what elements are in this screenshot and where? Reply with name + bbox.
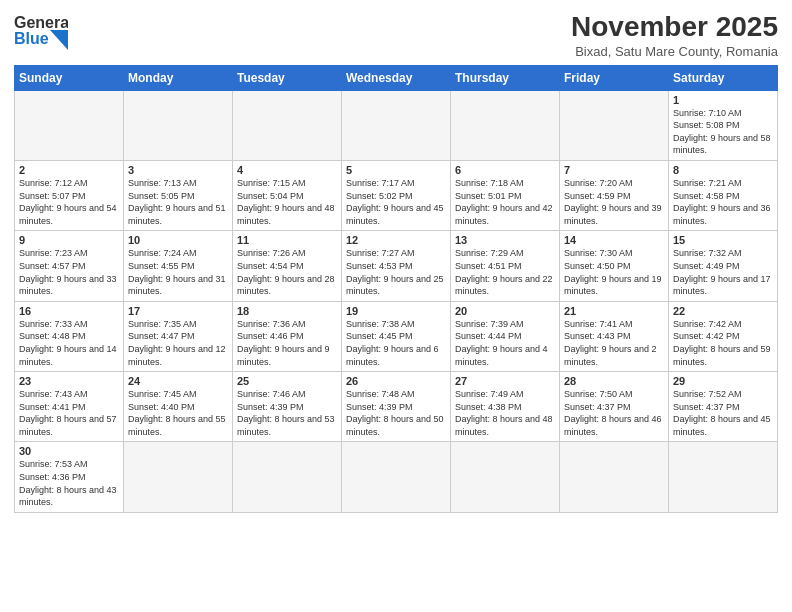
- table-row: 12Sunrise: 7:27 AM Sunset: 4:53 PM Dayli…: [342, 231, 451, 301]
- calendar-header-row: Sunday Monday Tuesday Wednesday Thursday…: [15, 65, 778, 90]
- table-row: [233, 90, 342, 160]
- table-row: 15Sunrise: 7:32 AM Sunset: 4:49 PM Dayli…: [669, 231, 778, 301]
- svg-text:General: General: [14, 14, 68, 31]
- page: General Blue November 2025 Bixad, Satu M…: [0, 0, 792, 612]
- table-row: 27Sunrise: 7:49 AM Sunset: 4:38 PM Dayli…: [451, 372, 560, 442]
- table-row: 17Sunrise: 7:35 AM Sunset: 4:47 PM Dayli…: [124, 301, 233, 371]
- day-info: Sunrise: 7:20 AM Sunset: 4:59 PM Dayligh…: [564, 177, 664, 227]
- day-number: 22: [673, 305, 773, 317]
- day-info: Sunrise: 7:24 AM Sunset: 4:55 PM Dayligh…: [128, 247, 228, 297]
- day-info: Sunrise: 7:50 AM Sunset: 4:37 PM Dayligh…: [564, 388, 664, 438]
- table-row: [15, 90, 124, 160]
- table-row: 5Sunrise: 7:17 AM Sunset: 5:02 PM Daylig…: [342, 160, 451, 230]
- col-wednesday: Wednesday: [342, 65, 451, 90]
- day-number: 6: [455, 164, 555, 176]
- day-info: Sunrise: 7:13 AM Sunset: 5:05 PM Dayligh…: [128, 177, 228, 227]
- header: General Blue November 2025 Bixad, Satu M…: [14, 10, 778, 59]
- day-info: Sunrise: 7:21 AM Sunset: 4:58 PM Dayligh…: [673, 177, 773, 227]
- table-row: [124, 90, 233, 160]
- day-number: 28: [564, 375, 664, 387]
- day-number: 20: [455, 305, 555, 317]
- day-number: 18: [237, 305, 337, 317]
- table-row: 20Sunrise: 7:39 AM Sunset: 4:44 PM Dayli…: [451, 301, 560, 371]
- table-row: [451, 90, 560, 160]
- day-info: Sunrise: 7:46 AM Sunset: 4:39 PM Dayligh…: [237, 388, 337, 438]
- table-row: [124, 442, 233, 512]
- table-row: [342, 442, 451, 512]
- table-row: 7Sunrise: 7:20 AM Sunset: 4:59 PM Daylig…: [560, 160, 669, 230]
- logo-icon: General Blue: [14, 10, 68, 54]
- col-monday: Monday: [124, 65, 233, 90]
- col-saturday: Saturday: [669, 65, 778, 90]
- col-sunday: Sunday: [15, 65, 124, 90]
- subtitle: Bixad, Satu Mare County, Romania: [571, 44, 778, 59]
- table-row: [669, 442, 778, 512]
- table-row: 11Sunrise: 7:26 AM Sunset: 4:54 PM Dayli…: [233, 231, 342, 301]
- day-number: 24: [128, 375, 228, 387]
- day-info: Sunrise: 7:39 AM Sunset: 4:44 PM Dayligh…: [455, 318, 555, 368]
- day-info: Sunrise: 7:30 AM Sunset: 4:50 PM Dayligh…: [564, 247, 664, 297]
- table-row: 22Sunrise: 7:42 AM Sunset: 4:42 PM Dayli…: [669, 301, 778, 371]
- day-number: 11: [237, 234, 337, 246]
- day-info: Sunrise: 7:49 AM Sunset: 4:38 PM Dayligh…: [455, 388, 555, 438]
- table-row: [233, 442, 342, 512]
- table-row: 10Sunrise: 7:24 AM Sunset: 4:55 PM Dayli…: [124, 231, 233, 301]
- day-info: Sunrise: 7:17 AM Sunset: 5:02 PM Dayligh…: [346, 177, 446, 227]
- table-row: [342, 90, 451, 160]
- day-number: 3: [128, 164, 228, 176]
- table-row: 6Sunrise: 7:18 AM Sunset: 5:01 PM Daylig…: [451, 160, 560, 230]
- table-row: 18Sunrise: 7:36 AM Sunset: 4:46 PM Dayli…: [233, 301, 342, 371]
- day-number: 27: [455, 375, 555, 387]
- table-row: [560, 90, 669, 160]
- day-info: Sunrise: 7:33 AM Sunset: 4:48 PM Dayligh…: [19, 318, 119, 368]
- day-number: 12: [346, 234, 446, 246]
- logo-area: General Blue: [14, 10, 68, 54]
- table-row: 26Sunrise: 7:48 AM Sunset: 4:39 PM Dayli…: [342, 372, 451, 442]
- day-number: 14: [564, 234, 664, 246]
- table-row: 16Sunrise: 7:33 AM Sunset: 4:48 PM Dayli…: [15, 301, 124, 371]
- table-row: 19Sunrise: 7:38 AM Sunset: 4:45 PM Dayli…: [342, 301, 451, 371]
- col-thursday: Thursday: [451, 65, 560, 90]
- day-number: 16: [19, 305, 119, 317]
- table-row: [451, 442, 560, 512]
- table-row: 24Sunrise: 7:45 AM Sunset: 4:40 PM Dayli…: [124, 372, 233, 442]
- day-info: Sunrise: 7:26 AM Sunset: 4:54 PM Dayligh…: [237, 247, 337, 297]
- day-number: 21: [564, 305, 664, 317]
- table-row: 30Sunrise: 7:53 AM Sunset: 4:36 PM Dayli…: [15, 442, 124, 512]
- day-number: 9: [19, 234, 119, 246]
- col-tuesday: Tuesday: [233, 65, 342, 90]
- table-row: 14Sunrise: 7:30 AM Sunset: 4:50 PM Dayli…: [560, 231, 669, 301]
- table-row: 25Sunrise: 7:46 AM Sunset: 4:39 PM Dayli…: [233, 372, 342, 442]
- table-row: 23Sunrise: 7:43 AM Sunset: 4:41 PM Dayli…: [15, 372, 124, 442]
- day-info: Sunrise: 7:45 AM Sunset: 4:40 PM Dayligh…: [128, 388, 228, 438]
- day-info: Sunrise: 7:12 AM Sunset: 5:07 PM Dayligh…: [19, 177, 119, 227]
- table-row: 9Sunrise: 7:23 AM Sunset: 4:57 PM Daylig…: [15, 231, 124, 301]
- day-number: 2: [19, 164, 119, 176]
- day-info: Sunrise: 7:15 AM Sunset: 5:04 PM Dayligh…: [237, 177, 337, 227]
- day-number: 30: [19, 445, 119, 457]
- day-number: 25: [237, 375, 337, 387]
- day-info: Sunrise: 7:53 AM Sunset: 4:36 PM Dayligh…: [19, 458, 119, 508]
- day-info: Sunrise: 7:38 AM Sunset: 4:45 PM Dayligh…: [346, 318, 446, 368]
- day-info: Sunrise: 7:18 AM Sunset: 5:01 PM Dayligh…: [455, 177, 555, 227]
- table-row: 2Sunrise: 7:12 AM Sunset: 5:07 PM Daylig…: [15, 160, 124, 230]
- day-number: 17: [128, 305, 228, 317]
- table-row: 13Sunrise: 7:29 AM Sunset: 4:51 PM Dayli…: [451, 231, 560, 301]
- day-number: 1: [673, 94, 773, 106]
- day-info: Sunrise: 7:10 AM Sunset: 5:08 PM Dayligh…: [673, 107, 773, 157]
- table-row: 29Sunrise: 7:52 AM Sunset: 4:37 PM Dayli…: [669, 372, 778, 442]
- day-number: 8: [673, 164, 773, 176]
- day-info: Sunrise: 7:41 AM Sunset: 4:43 PM Dayligh…: [564, 318, 664, 368]
- table-row: 3Sunrise: 7:13 AM Sunset: 5:05 PM Daylig…: [124, 160, 233, 230]
- table-row: 28Sunrise: 7:50 AM Sunset: 4:37 PM Dayli…: [560, 372, 669, 442]
- calendar-table: Sunday Monday Tuesday Wednesday Thursday…: [14, 65, 778, 513]
- main-title: November 2025: [571, 10, 778, 44]
- table-row: 21Sunrise: 7:41 AM Sunset: 4:43 PM Dayli…: [560, 301, 669, 371]
- day-info: Sunrise: 7:52 AM Sunset: 4:37 PM Dayligh…: [673, 388, 773, 438]
- day-info: Sunrise: 7:42 AM Sunset: 4:42 PM Dayligh…: [673, 318, 773, 368]
- day-number: 4: [237, 164, 337, 176]
- table-row: 1Sunrise: 7:10 AM Sunset: 5:08 PM Daylig…: [669, 90, 778, 160]
- svg-text:Blue: Blue: [14, 30, 49, 47]
- title-area: November 2025 Bixad, Satu Mare County, R…: [571, 10, 778, 59]
- svg-marker-2: [50, 30, 68, 50]
